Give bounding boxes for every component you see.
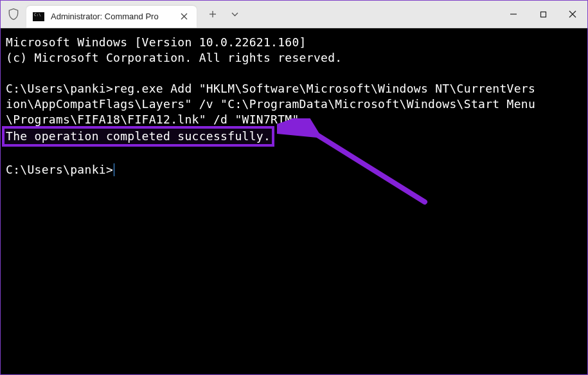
command-line: \Programs\FIFA18\FIFA12.lnk" /d "WIN7RTM… <box>6 112 582 127</box>
tab-dropdown-button[interactable] <box>224 5 245 24</box>
maximize-button[interactable] <box>528 1 558 28</box>
annotation-highlight: The operation completed successfully. <box>2 126 274 147</box>
close-window-button[interactable] <box>558 1 587 28</box>
blank-line <box>6 147 582 162</box>
banner-line: Microsoft Windows [Version 10.0.22621.16… <box>6 35 582 50</box>
svg-rect-5 <box>540 12 546 17</box>
output-line: The operation completed successfully. <box>6 127 582 147</box>
tab-actions <box>202 1 245 28</box>
tab-title: Administrator: Command Pro <box>51 12 172 21</box>
cursor <box>114 163 114 176</box>
banner-line: (c) Microsoft Corporation. All rights re… <box>6 50 582 66</box>
app-shield-icon <box>1 8 26 21</box>
active-tab[interactable]: C:\ Administrator: Command Pro <box>26 6 197 28</box>
blank-line <box>6 66 582 81</box>
titlebar: C:\ Administrator: Command Pro <box>1 1 587 28</box>
tab-close-button[interactable] <box>177 10 190 23</box>
command-line: ion\AppCompatFlags\Layers" /v "C:\Progra… <box>6 96 582 112</box>
new-tab-button[interactable] <box>202 5 224 24</box>
prompt-line: C:\Users\panki> <box>6 162 582 178</box>
cmd-icon: C:\ <box>33 12 44 21</box>
terminal-viewport[interactable]: Microsoft Windows [Version 10.0.22621.16… <box>1 28 587 374</box>
command-line: C:\Users\panki>reg.exe Add "HKLM\Softwar… <box>6 81 582 96</box>
minimize-button[interactable] <box>499 1 528 28</box>
window-controls <box>499 1 587 28</box>
